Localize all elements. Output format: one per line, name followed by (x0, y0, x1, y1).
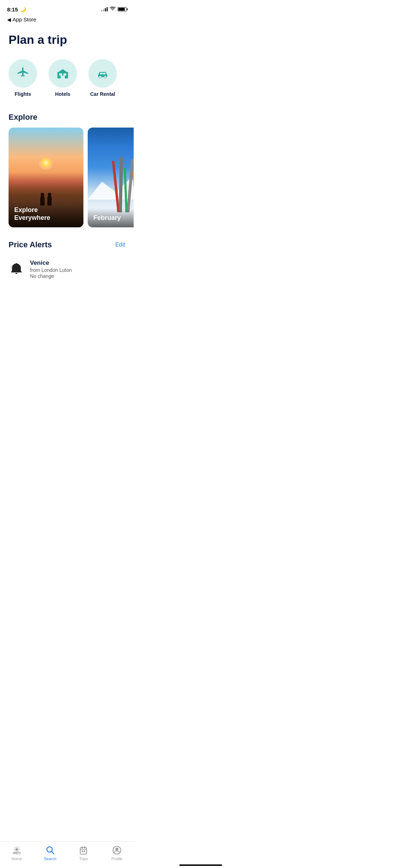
svg-rect-1 (59, 73, 62, 76)
flights-category[interactable]: Flights (9, 59, 37, 97)
svg-point-4 (99, 76, 102, 78)
main-content: Plan a trip Flights Hote (0, 26, 134, 319)
alert-status: No change (30, 273, 72, 279)
price-alerts-header: Price Alerts Edit (9, 240, 125, 249)
svg-rect-7 (103, 73, 106, 74)
explore-cards-row: Explore Everywhere (0, 128, 134, 227)
hotels-category[interactable]: Hotels (48, 59, 77, 97)
status-left: 8:15 🌙 (7, 6, 26, 12)
flights-icon-circle (9, 59, 37, 88)
hotels-label: Hotels (55, 91, 71, 97)
app-store-back[interactable]: ◀ App Store (0, 16, 134, 26)
categories-row: Flights Hotels (9, 59, 125, 97)
price-alert-item-venice[interactable]: Venice from London Luton No change (9, 255, 125, 283)
february-card[interactable]: February (88, 128, 134, 227)
flights-icon (16, 66, 30, 81)
svg-rect-6 (100, 73, 103, 74)
svg-rect-2 (63, 73, 66, 76)
wifi-icon (110, 7, 115, 12)
ski-poles (115, 157, 134, 212)
page-title: Plan a trip (9, 33, 125, 46)
hotels-icon-circle (48, 59, 77, 88)
status-right (101, 7, 127, 12)
alert-from: from London Luton (30, 267, 72, 273)
alert-info: Venice from London Luton No change (30, 259, 72, 279)
back-arrow-icon: ◀ (7, 17, 11, 22)
moon-icon: 🌙 (20, 6, 26, 12)
car-icon-circle (88, 59, 117, 88)
bell-svg (11, 263, 22, 276)
battery-icon (118, 7, 127, 11)
app-store-label: App Store (12, 16, 36, 22)
bell-icon (9, 262, 24, 277)
svg-rect-3 (61, 76, 65, 78)
car-rental-label: Car Rental (90, 91, 115, 97)
status-bar: 8:15 🌙 (0, 0, 134, 16)
explore-everywhere-card[interactable]: Explore Everywhere (9, 128, 83, 227)
card-overlay-1: Explore Everywhere (9, 201, 83, 227)
hotels-icon (56, 66, 70, 81)
price-alerts-title: Price Alerts (9, 240, 52, 249)
card-overlay-2: February (88, 208, 134, 228)
explore-section-title: Explore (9, 113, 125, 122)
explore-everywhere-label: Explore Everywhere (14, 206, 78, 222)
february-label: February (93, 214, 134, 222)
flights-label: Flights (15, 91, 31, 97)
status-time: 8:15 (7, 6, 18, 12)
signal-icon (101, 7, 108, 11)
svg-point-5 (104, 76, 107, 78)
car-icon (96, 66, 110, 81)
alert-destination: Venice (30, 259, 72, 267)
car-rental-category[interactable]: Car Rental (88, 59, 117, 97)
price-alerts-edit-button[interactable]: Edit (115, 242, 125, 248)
